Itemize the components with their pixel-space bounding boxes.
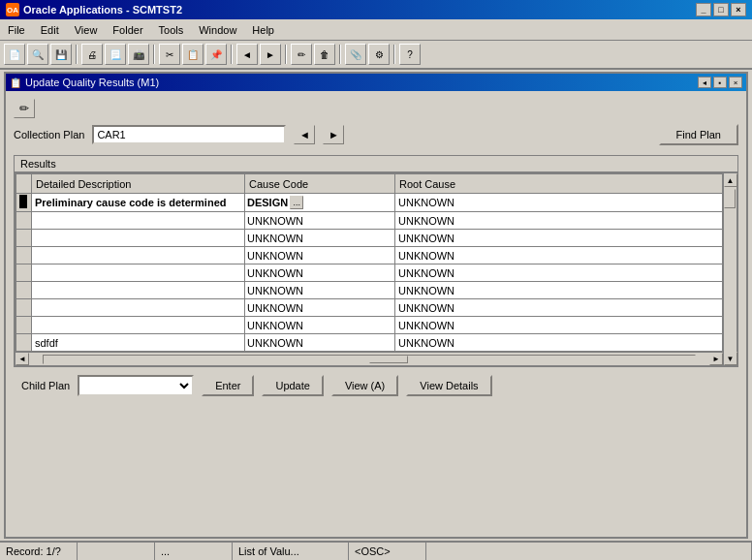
cause-code-cell[interactable]: DESIGN...	[245, 194, 395, 212]
toolbar-attach[interactable]: 📎	[345, 44, 366, 65]
root-cause-cell[interactable]: UNKNOWN	[395, 282, 723, 299]
toolbar-sep2	[153, 45, 155, 64]
nav-prev-button[interactable]: ◄	[294, 125, 315, 144]
toolbar-save[interactable]: 💾	[50, 44, 72, 65]
table-container: Detailed Description Cause Code Root Cau…	[15, 172, 737, 366]
menu-window[interactable]: Window	[195, 23, 240, 37]
toolbar-help[interactable]: ?	[399, 44, 421, 65]
cause-code-cell[interactable]: UNKNOWN	[245, 247, 395, 264]
edit-icon[interactable]: ✏	[14, 99, 35, 118]
description-cell[interactable]	[32, 212, 245, 230]
title-bar: OA Oracle Applications - SCMTST2 _ □ ×	[0, 0, 752, 19]
description-cell[interactable]: sdfdf	[32, 334, 245, 352]
toolbar-tools[interactable]: ⚙	[368, 44, 390, 65]
ellipsis-button[interactable]: ...	[290, 196, 303, 209]
root-cause-cell[interactable]: UNKNOWN	[395, 230, 723, 247]
cause-code-cell[interactable]: UNKNOWN	[245, 212, 395, 230]
root-cause-cell[interactable]: UNKNOWN	[395, 317, 723, 334]
table-row: UNKNOWNUNKNOWN	[16, 317, 723, 334]
toolbar-next[interactable]: ►	[260, 44, 281, 65]
root-cause-cell[interactable]: UNKNOWN	[395, 247, 723, 264]
description-cell[interactable]	[32, 247, 245, 264]
view-details-button[interactable]: View Details	[406, 375, 491, 396]
find-plan-button[interactable]: Find Plan	[659, 124, 738, 145]
minimize-button[interactable]: _	[696, 3, 711, 16]
enter-button[interactable]: Enter	[202, 375, 254, 396]
scroll-right-arrow[interactable]: ►	[709, 353, 723, 365]
scroll-thumb-h[interactable]	[369, 356, 408, 363]
menu-folder[interactable]: Folder	[109, 23, 146, 37]
scroll-up-arrow[interactable]: ▲	[724, 173, 737, 187]
toolbar-print[interactable]: 🖨	[81, 44, 103, 65]
sub-window-close[interactable]: ×	[729, 77, 742, 88]
toolbar-fax[interactable]: 📠	[128, 44, 149, 65]
description-cell[interactable]	[32, 317, 245, 334]
collection-plan-row: Collection Plan ◄ ► Find Plan	[14, 124, 738, 145]
row-indicator-cell	[16, 299, 32, 317]
table-row: Preliminary cause code is determinedDESI…	[16, 194, 723, 212]
cause-code-cell[interactable]: UNKNOWN	[245, 334, 395, 352]
col-indicator	[16, 174, 32, 194]
active-row-indicator	[19, 195, 27, 208]
vertical-scrollbar[interactable]: ▲ ▼	[723, 173, 736, 365]
description-cell[interactable]	[32, 264, 245, 282]
menu-view[interactable]: View	[71, 23, 102, 37]
nav-next-button[interactable]: ►	[323, 125, 344, 144]
scroll-thumb-v[interactable]	[724, 189, 736, 208]
description-cell[interactable]	[32, 230, 245, 247]
cause-code-cell[interactable]: UNKNOWN	[245, 282, 395, 299]
root-cause-cell[interactable]: UNKNOWN	[395, 264, 723, 282]
root-cause-cell[interactable]: UNKNOWN	[395, 212, 723, 230]
collection-plan-label: Collection Plan	[14, 129, 84, 140]
toolbar-print2[interactable]: 📃	[105, 44, 126, 65]
root-cause-cell[interactable]: UNKNOWN	[395, 194, 723, 212]
toolbar-sep3	[231, 45, 233, 64]
toolbar-find[interactable]: 🔍	[27, 44, 48, 65]
cause-code-cell[interactable]: UNKNOWN	[245, 299, 395, 317]
maximize-button[interactable]: □	[713, 3, 729, 16]
sub-window-min[interactable]: ▪	[713, 77, 727, 88]
child-plan-select[interactable]	[78, 375, 194, 396]
menu-edit[interactable]: Edit	[37, 23, 63, 37]
toolbar-delete[interactable]: 🗑	[314, 44, 335, 65]
description-cell[interactable]	[32, 299, 245, 317]
toolbar-new[interactable]: 📄	[4, 44, 25, 65]
sub-window-prev[interactable]: ◂	[698, 77, 711, 88]
row-indicator-cell	[16, 282, 32, 299]
collection-plan-input[interactable]	[92, 125, 286, 144]
menu-tools[interactable]: Tools	[155, 23, 188, 37]
col-description: Detailed Description	[32, 174, 245, 194]
title-bar-controls: _ □ ×	[696, 3, 746, 16]
root-cause-cell[interactable]: UNKNOWN	[395, 334, 723, 352]
col-root-cause: Root Cause	[395, 174, 723, 194]
scroll-left-arrow[interactable]: ◄	[16, 353, 29, 365]
description-cell[interactable]: Preliminary cause code is determined	[32, 194, 245, 212]
horizontal-scrollbar[interactable]: ◄ ►	[16, 352, 723, 365]
scroll-track-h[interactable]	[43, 355, 696, 364]
cause-code-cell[interactable]: UNKNOWN	[245, 230, 395, 247]
row-indicator-cell	[16, 334, 32, 352]
close-button[interactable]: ×	[731, 3, 746, 16]
toolbar-cut[interactable]: ✂	[159, 44, 180, 65]
status-bar: Record: 1/? ... List of Valu... <OSC>	[0, 541, 752, 560]
table-row: UNKNOWNUNKNOWN	[16, 299, 723, 317]
toolbar-pencil[interactable]: ✏	[291, 44, 312, 65]
cause-code-cell[interactable]: UNKNOWN	[245, 264, 395, 282]
toolbar-prev[interactable]: ◄	[236, 44, 258, 65]
root-cause-cell[interactable]: UNKNOWN	[395, 299, 723, 317]
menu-help[interactable]: Help	[248, 23, 278, 37]
cause-code-cell[interactable]: UNKNOWN	[245, 317, 395, 334]
description-cell[interactable]	[32, 282, 245, 299]
row-indicator-cell	[16, 194, 32, 212]
update-button[interactable]: Update	[262, 375, 323, 396]
scroll-down-arrow[interactable]: ▼	[724, 352, 737, 365]
view-button[interactable]: View (A)	[331, 375, 398, 396]
title-text: Oracle Applications - SCMTST2	[23, 4, 182, 16]
toolbar-copy[interactable]: 📋	[182, 44, 204, 65]
status-flex	[426, 543, 752, 560]
sub-window-controls: ◂ ▪ ×	[698, 77, 742, 88]
table-row: UNKNOWNUNKNOWN	[16, 230, 723, 247]
scroll-track-v[interactable]	[724, 187, 736, 352]
menu-file[interactable]: File	[4, 23, 29, 37]
toolbar-paste[interactable]: 📌	[205, 44, 227, 65]
